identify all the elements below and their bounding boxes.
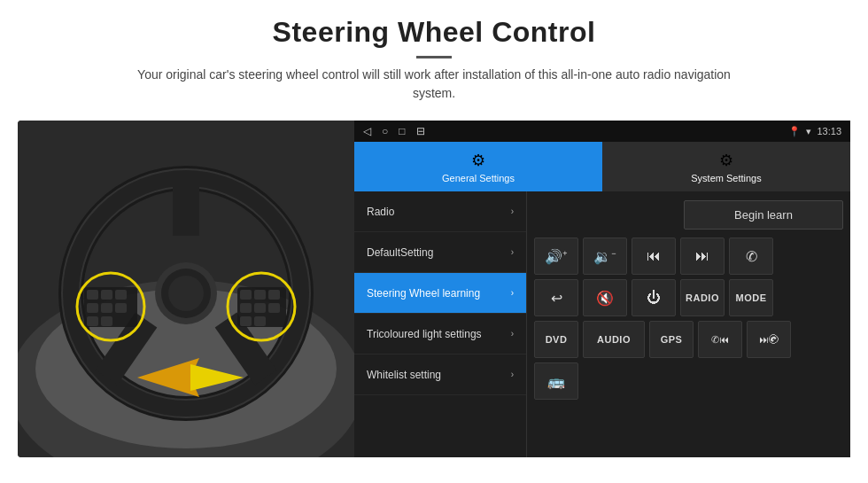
dvd-button[interactable]: DVD [534, 321, 578, 358]
dvd-label: DVD [546, 334, 568, 345]
svg-rect-20 [87, 316, 98, 326]
menu-item-whitelist-label: Whitelist setting [367, 369, 441, 381]
tab-system-settings[interactable]: ⚙ System Settings [602, 142, 850, 191]
svg-rect-18 [101, 303, 112, 313]
chevron-icon: › [511, 288, 514, 298]
volume-down-icon: 🔉− [593, 248, 616, 265]
hangup-icon: ↩ [551, 290, 562, 307]
svg-rect-16 [115, 290, 127, 300]
menu-item-default-label: DefaultSetting [367, 246, 433, 259]
menu-icon[interactable]: ⊟ [416, 125, 425, 137]
mode-label: MODE [736, 292, 767, 303]
page-subtitle: Your original car's steering wheel contr… [124, 66, 744, 103]
menu-item-tricolour-label: Tricoloured light settings [367, 328, 482, 340]
svg-rect-30 [240, 316, 252, 326]
svg-rect-29 [268, 303, 280, 313]
svg-rect-31 [254, 316, 266, 326]
back-icon[interactable]: ◁ [363, 125, 371, 137]
gps-button[interactable]: GPS [649, 321, 694, 358]
head-unit-panel: ◁ ○ □ ⊟ 📍 ▾ 13:13 ⚙ General Settings ⚙ S… [354, 121, 850, 457]
chevron-icon: › [511, 329, 514, 339]
phone-icon: ✆ [746, 248, 757, 265]
volume-up-button[interactable]: 🔊+ [534, 238, 578, 275]
tab-system-label: System Settings [691, 173, 761, 183]
radio-label: RADIO [686, 292, 719, 303]
location-icon: 📍 [788, 126, 801, 137]
svg-rect-27 [240, 303, 252, 313]
title-divider [416, 56, 452, 58]
status-bar: ◁ ○ □ ⊟ 📍 ▾ 13:13 [354, 121, 850, 142]
menu-item-steering[interactable]: Steering Wheel learning › [354, 273, 526, 314]
ctrl-row-3: DVD AUDIO GPS ✆⏮ ⏭✆ [534, 321, 843, 358]
ctrl-row-4: 🚌 [534, 362, 843, 400]
prev-track-icon: ⏮ [647, 248, 661, 264]
hangup-button[interactable]: ↩ [534, 279, 578, 316]
menu-item-radio[interactable]: Radio › [354, 191, 526, 232]
next-phone-icon: ⏭✆ [759, 334, 779, 345]
next-track-icon: ⏭ [695, 248, 709, 264]
svg-rect-15 [101, 290, 112, 300]
main-content: ◁ ○ □ ⊟ 📍 ▾ 13:13 ⚙ General Settings ⚙ S… [18, 121, 850, 457]
home-icon[interactable]: ○ [382, 125, 388, 137]
status-bar-nav-icons: ◁ ○ □ ⊟ [363, 125, 425, 137]
system-settings-icon: ⚙ [719, 151, 733, 170]
ctrl-row-2: ↩ 🔇 ⏻ RADIO MODE [534, 279, 843, 316]
chevron-icon: › [511, 370, 514, 379]
mute-icon: 🔇 [596, 290, 614, 307]
svg-rect-17 [87, 303, 98, 313]
tab-bar: ⚙ General Settings ⚙ System Settings [354, 142, 850, 191]
recents-icon[interactable]: □ [399, 125, 405, 137]
svg-point-11 [168, 276, 204, 311]
chevron-icon: › [511, 247, 514, 257]
page-title: Steering Wheel Control [53, 16, 815, 49]
power-icon: ⏻ [647, 290, 661, 306]
radio-button[interactable]: RADIO [680, 279, 725, 316]
svg-rect-26 [268, 290, 280, 300]
settings-area: Radio › DefaultSetting › Steering Wheel … [354, 191, 850, 457]
menu-item-default[interactable]: DefaultSetting › [354, 232, 526, 273]
prev-track-button[interactable]: ⏮ [632, 238, 676, 275]
steering-wheel-image [18, 121, 354, 457]
begin-learn-button[interactable]: Begin learn [684, 200, 843, 230]
controls-area: Begin learn 🔊+ 🔉− ⏮ ⏭ [527, 191, 850, 457]
volume-down-button[interactable]: 🔉− [583, 238, 627, 275]
svg-rect-21 [101, 316, 112, 326]
volume-up-icon: 🔊+ [545, 248, 567, 265]
phone-button[interactable]: ✆ [729, 238, 773, 275]
tab-general-label: General Settings [442, 173, 515, 183]
menu-list: Radio › DefaultSetting › Steering Wheel … [354, 191, 527, 457]
ctrl-row-1: 🔊+ 🔉− ⏮ ⏭ ✆ [534, 238, 843, 275]
wifi-icon: ▾ [806, 126, 811, 137]
svg-rect-28 [254, 303, 266, 313]
phone-prev-icon: ✆⏮ [711, 334, 729, 346]
svg-rect-24 [240, 290, 252, 300]
clock: 13:13 [817, 126, 841, 136]
chevron-icon: › [511, 206, 514, 216]
phone-prev-button[interactable]: ✆⏮ [698, 321, 742, 358]
menu-item-radio-label: Radio [367, 206, 394, 218]
mode-button[interactable]: MODE [729, 279, 773, 316]
page-header: Steering Wheel Control Your original car… [0, 0, 868, 112]
status-bar-right: 📍 ▾ 13:13 [788, 126, 841, 137]
begin-learn-row: Begin learn [534, 197, 843, 233]
power-button[interactable]: ⏻ [632, 279, 676, 316]
tab-general-settings[interactable]: ⚙ General Settings [354, 142, 602, 191]
svg-rect-14 [87, 290, 98, 300]
menu-item-tricolour[interactable]: Tricoloured light settings › [354, 314, 526, 354]
menu-item-whitelist[interactable]: Whitelist setting › [354, 354, 526, 395]
transport-button[interactable]: 🚌 [534, 362, 578, 400]
menu-item-steering-label: Steering Wheel learning [367, 287, 480, 300]
audio-label: AUDIO [597, 334, 631, 345]
next-track-button[interactable]: ⏭ [680, 238, 725, 275]
next-phone-button[interactable]: ⏭✆ [747, 321, 791, 358]
transport-icon: 🚌 [547, 373, 565, 390]
svg-rect-25 [254, 290, 266, 300]
gps-label: GPS [661, 334, 683, 345]
mute-button[interactable]: 🔇 [583, 279, 627, 316]
steering-wheel-svg [18, 121, 354, 457]
general-settings-icon: ⚙ [471, 151, 485, 170]
audio-button[interactable]: AUDIO [583, 321, 645, 358]
svg-rect-19 [115, 303, 127, 313]
